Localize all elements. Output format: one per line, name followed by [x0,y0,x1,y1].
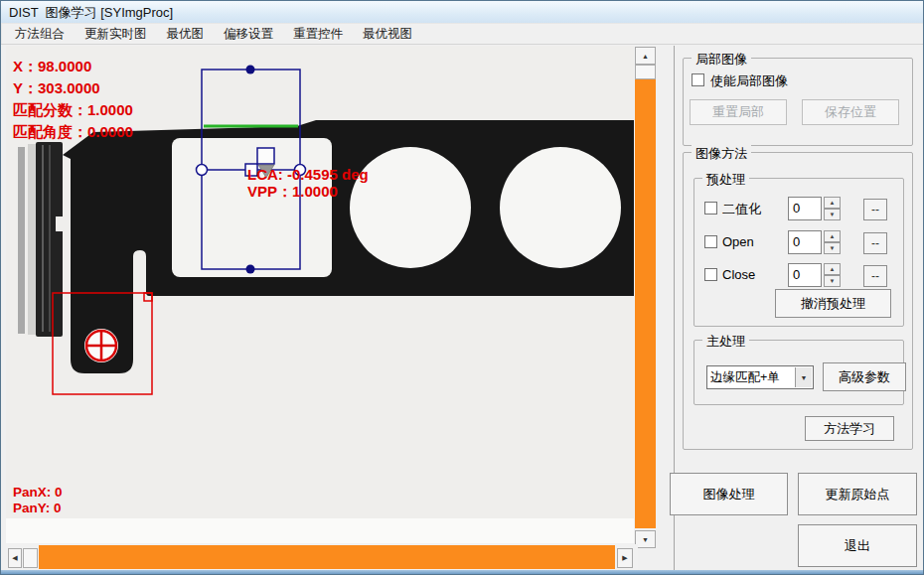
group-local-image: 局部图像 使能局部图像 重置局部 保存位置 [683,58,913,146]
menu-item-reset-controls[interactable]: 重置控件 [283,23,353,44]
exit-button[interactable]: 退出 [798,524,917,567]
image-canvas[interactable]: X：98.0000 Y：303.0000 匹配分数：1.0000 匹配角度：0.… [6,46,634,543]
center-marker-box[interactable] [257,148,274,164]
menu-item-update-live[interactable]: 更新实时图 [75,23,157,44]
menu-item-offset-settings[interactable]: 偏移设置 [214,23,283,44]
label-vpp: VPP：1.0000 [247,183,338,200]
up-arrow-icon: ▲ [642,53,649,60]
save-position-button[interactable]: 保存位置 [802,99,899,125]
scroll-down-button[interactable]: ▼ [635,530,656,548]
open-indicator: -- [863,232,887,254]
close-spin-up-icon[interactable]: ▲ [824,263,841,275]
horizontal-scrollbar[interactable]: ◀ ▶ [6,544,638,570]
vertical-scroll-thumb[interactable] [635,65,656,79]
close-spinner[interactable]: ▲ ▼ [824,263,841,287]
binarize-value-input[interactable]: 0 [788,197,822,220]
enable-local-image-checkbox[interactable] [692,73,704,86]
binarize-indicator: -- [863,199,887,220]
readout-match-score: 匹配分数：1.0000 [13,99,133,121]
down-arrow-icon: ▼ [642,536,649,543]
image-process-button[interactable]: 图像处理 [670,473,788,515]
vertical-scroll-track[interactable] [635,79,656,528]
undo-preprocess-button[interactable]: 撤消预处理 [775,289,891,318]
readout-pan-x: PanX: 0 [13,485,63,501]
binarize-spinner[interactable]: ▲ ▼ [824,197,841,220]
readout-y: Y：303.0000 [13,77,100,99]
group-main-process-label: 主处理 [702,333,749,351]
horizontal-scroll-track[interactable] [39,545,615,569]
close-value-input[interactable]: 0 [788,263,822,287]
window-bottom-border [1,570,923,574]
combo-dropdown-icon[interactable]: ▼ [795,367,812,387]
label-lca: LCA: -0.4595 deg [247,166,369,183]
menu-bar: 方法组合 更新实时图 最优图 偏移设置 重置控件 最优视图 [1,23,923,45]
group-preprocess-label: 预处理 [702,171,749,189]
enable-local-image-label: 使能局部图像 [710,72,788,90]
binarize-spin-down-icon[interactable]: ▼ [824,209,841,220]
bracket-left-edge [18,142,64,337]
title-bar[interactable]: DIST 图像学习 [SYImgProc] [1,1,923,24]
group-main-process: 主处理 边缘匹配+单 ▼ 高级参数 [693,340,904,405]
group-image-method: 图像方法 预处理 二值化 0 ▲ ▼ -- Open 0 ▲ [683,152,913,450]
window-title: DIST 图像学习 [SYImgProc] [9,4,173,22]
menu-item-best-image[interactable]: 最优图 [157,23,215,44]
handle-bottom[interactable] [246,265,255,274]
readout-pan-y: PanY: 0 [13,501,62,516]
open-spin-down-icon[interactable]: ▼ [824,242,841,254]
readout-match-angle: 匹配角度：0.0000 [13,121,133,143]
close-checkbox[interactable] [704,268,717,281]
canvas-bottom-strip [6,518,634,543]
reset-local-button[interactable]: 重置局部 [690,99,787,125]
method-combobox-value: 边缘匹配+单 [710,369,795,386]
close-indicator: -- [863,265,887,287]
menu-item-best-view[interactable]: 最优视图 [353,23,422,44]
close-spin-down-icon[interactable]: ▼ [824,275,841,287]
bracket-hole-2 [500,147,621,268]
group-local-image-label: 局部图像 [692,51,751,69]
bracket-square-hole [172,138,332,277]
readout-x: X：98.0000 [13,56,91,77]
menu-item-method-combo[interactable]: 方法组合 [5,23,75,44]
left-arrow-icon: ◀ [12,554,17,562]
handle-left[interactable] [197,165,208,176]
close-label: Close [722,267,755,282]
vertical-scrollbar[interactable]: ▲ ▼ [635,47,656,548]
handle-top[interactable] [246,66,255,74]
group-image-method-label: 图像方法 [692,145,751,163]
right-arrow-icon: ▶ [622,554,627,562]
update-origin-button[interactable]: 更新原始点 [798,473,917,515]
binarize-checkbox[interactable] [704,202,717,215]
binarize-label: 二值化 [722,201,761,218]
binarize-spin-up-icon[interactable]: ▲ [824,197,841,209]
group-preprocess: 预处理 二值化 0 ▲ ▼ -- Open 0 ▲ ▼ [693,178,904,327]
advanced-params-button[interactable]: 高级参数 [823,362,906,391]
scroll-up-button[interactable]: ▲ [635,47,656,65]
open-spinner[interactable]: ▲ ▼ [824,230,841,254]
open-label: Open [722,234,754,249]
app-window: DIST 图像学习 [SYImgProc] 方法组合 更新实时图 最优图 偏移设… [0,0,924,575]
method-learn-button[interactable]: 方法学习 [805,416,894,441]
method-combobox[interactable]: 边缘匹配+单 ▼ [706,365,814,389]
open-spin-up-icon[interactable]: ▲ [824,230,841,242]
open-checkbox[interactable] [704,235,717,248]
open-value-input[interactable]: 0 [788,230,822,254]
scroll-left-button[interactable]: ◀ [8,548,22,568]
horizontal-scroll-thumb[interactable] [23,548,38,568]
scroll-right-button[interactable]: ▶ [617,548,633,568]
